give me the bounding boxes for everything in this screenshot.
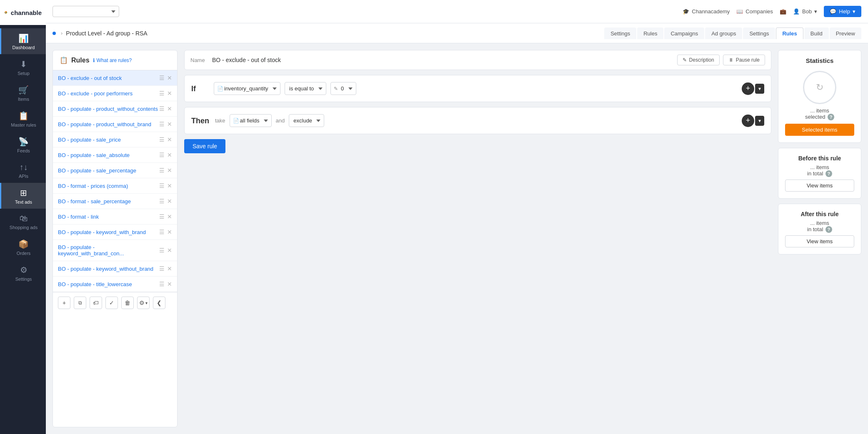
rule-item[interactable]: BO - populate - keyword_without_brand ☰ … — [53, 261, 177, 277]
after-rule-count: ... items in total ? — [807, 220, 832, 233]
collapse-button[interactable]: ❮ — [153, 297, 165, 309]
help-button[interactable]: 💬 Help — [824, 6, 861, 17]
add-action-button[interactable]: + — [742, 115, 754, 127]
rule-name-label: Name — [190, 57, 207, 63]
briefcase-icon-btn[interactable]: 💼 — [780, 8, 786, 15]
drag-icon[interactable]: ☰ — [159, 265, 165, 272]
rule-item[interactable]: BO - populate - product_without_contents… — [53, 101, 177, 117]
tab-rules-1[interactable]: Rules — [637, 27, 663, 39]
action-field-select[interactable]: all fields — [230, 114, 272, 127]
sidebar-item-items[interactable]: 🛒 Items — [0, 80, 46, 106]
close-icon[interactable]: ✕ — [167, 213, 172, 220]
condition-value-wrapper: ✎ 0 — [330, 82, 356, 95]
sidebar-item-orders[interactable]: 📦 Orders — [0, 234, 46, 260]
close-icon[interactable]: ✕ — [167, 121, 172, 127]
rule-name-input[interactable] — [212, 57, 672, 63]
rule-item[interactable]: BO - populate - sale_price ☰ ✕ — [53, 132, 177, 147]
drag-icon[interactable]: ☰ — [159, 229, 165, 235]
drag-icon[interactable]: ☰ — [159, 152, 165, 158]
sidebar-item-text-ads[interactable]: ⊞ Text ads — [0, 183, 46, 209]
add-condition-dropdown-button[interactable]: ▾ — [755, 84, 764, 94]
close-icon[interactable]: ✕ — [167, 90, 172, 97]
company-select[interactable] — [53, 6, 119, 17]
drag-icon[interactable]: ☰ — [159, 167, 165, 174]
sidebar-item-setup[interactable]: ⬇ Setup — [0, 54, 46, 80]
rule-item[interactable]: BO - populate - keyword_with_brand_con..… — [53, 240, 177, 261]
close-icon[interactable]: ✕ — [167, 105, 172, 112]
drag-icon[interactable]: ☰ — [159, 247, 165, 254]
description-button[interactable]: ✎ Description — [677, 55, 720, 65]
sidebar-item-apis[interactable]: ↑↓ APIs — [0, 157, 46, 183]
drag-icon[interactable]: ☰ — [159, 213, 165, 220]
drag-icon[interactable]: ☰ — [159, 281, 165, 287]
rule-item[interactable]: BO - populate - title_lowercase ☰ ✕ — [53, 277, 177, 292]
rule-item[interactable]: BO - populate - keyword_with_brand ☰ ✕ — [53, 224, 177, 240]
add-action-dropdown-button[interactable]: ▾ — [755, 116, 764, 126]
take-label: take — [215, 117, 225, 124]
companies-link[interactable]: 📖 Companies — [736, 8, 773, 15]
drag-icon[interactable]: ☰ — [159, 136, 165, 143]
selected-items-button[interactable]: Selected items — [785, 124, 854, 136]
sidebar-item-master-rules[interactable]: 📋 Master rules — [0, 106, 46, 132]
what-are-rules-button[interactable]: ℹ What are rules? — [93, 57, 132, 63]
before-help-icon[interactable]: ? — [825, 170, 832, 177]
tab-settings-2[interactable]: Settings — [743, 27, 775, 39]
close-icon[interactable]: ✕ — [167, 152, 172, 158]
close-icon[interactable]: ✕ — [167, 167, 172, 174]
sidebar-item-label: Dashboard — [13, 45, 35, 50]
copy-rule-button[interactable]: ⧉ — [74, 297, 86, 309]
condition-operator-select[interactable]: is equal to — [285, 82, 326, 95]
channacademy-link[interactable]: 🎓 Channacademy — [683, 8, 730, 15]
rule-item[interactable]: BO - format - sale_percentage ☰ ✕ — [53, 194, 177, 209]
after-rule-section: After this rule ... items in total ? Vie… — [778, 204, 861, 254]
rule-item[interactable]: BO - exclude - out of stock ☰ ✕ — [53, 70, 177, 86]
add-condition-button[interactable]: + — [742, 82, 754, 95]
sidebar-item-feeds[interactable]: 📡 Feeds — [0, 132, 46, 157]
check-rule-button[interactable]: ✓ — [105, 297, 118, 309]
tab-ad-groups[interactable]: Ad groups — [705, 27, 742, 39]
rule-item[interactable]: BO - format - prices (comma) ☰ ✕ — [53, 178, 177, 194]
close-icon[interactable]: ✕ — [167, 198, 172, 205]
sidebar-item-dashboard[interactable]: 📊 Dashboard — [0, 28, 46, 54]
statistics-panel: Statistics ↻ ... items selected ? Select… — [778, 50, 861, 427]
before-view-items-button[interactable]: View items — [785, 180, 854, 192]
drag-icon[interactable]: ☰ — [159, 182, 165, 189]
close-icon[interactable]: ✕ — [167, 182, 172, 189]
pause-rule-button[interactable]: ⏸ Pause rule — [723, 55, 765, 65]
close-icon[interactable]: ✕ — [167, 229, 172, 235]
tab-settings-1[interactable]: Settings — [604, 27, 636, 39]
drag-icon[interactable]: ☰ — [159, 121, 165, 127]
close-icon[interactable]: ✕ — [167, 136, 172, 143]
close-icon[interactable]: ✕ — [167, 247, 172, 254]
add-rule-button[interactable]: + — [58, 297, 70, 309]
tab-campaigns[interactable]: Campaigns — [664, 27, 704, 39]
drag-icon[interactable]: ☰ — [159, 198, 165, 205]
close-icon[interactable]: ✕ — [167, 75, 172, 81]
rule-item[interactable]: BO - populate - product_without_brand ☰ … — [53, 117, 177, 132]
sidebar-item-shopping-ads[interactable]: 🛍 Shopping ads — [0, 209, 46, 234]
user-menu[interactable]: 👤 Bob — [793, 8, 817, 15]
close-icon[interactable]: ✕ — [167, 265, 172, 272]
delete-rule-button[interactable]: 🗑 — [121, 297, 134, 309]
after-help-icon[interactable]: ? — [825, 226, 832, 233]
after-view-items-button[interactable]: View items — [785, 235, 854, 247]
close-icon[interactable]: ✕ — [167, 281, 172, 287]
rule-item[interactable]: BO - populate - sale_absolute ☰ ✕ — [53, 147, 177, 163]
tab-rules-2[interactable]: Rules — [776, 27, 803, 39]
save-rule-button[interactable]: Save rule — [184, 139, 225, 153]
drag-icon[interactable]: ☰ — [159, 105, 165, 112]
action-value-select[interactable]: exclude — [289, 114, 324, 127]
condition-value-select[interactable]: 0 — [330, 82, 356, 95]
drag-icon[interactable]: ☰ — [159, 75, 165, 81]
rule-item[interactable]: BO - exclude - poor performers ☰ ✕ — [53, 86, 177, 101]
rule-item[interactable]: BO - populate - sale_percentage ☰ ✕ — [53, 163, 177, 178]
selected-help-icon[interactable]: ? — [828, 114, 834, 120]
rule-item[interactable]: BO - format - link ☰ ✕ — [53, 209, 177, 224]
drag-icon[interactable]: ☰ — [159, 90, 165, 97]
settings-rule-button[interactable]: ⚙▾ — [137, 297, 150, 309]
sidebar-item-settings[interactable]: ⚙ Settings — [0, 260, 46, 286]
tag-rule-button[interactable]: 🏷 — [90, 297, 102, 309]
tab-preview[interactable]: Preview — [830, 27, 861, 39]
tab-build[interactable]: Build — [804, 27, 829, 39]
condition-field-select[interactable]: inventory_quantity — [214, 82, 280, 95]
